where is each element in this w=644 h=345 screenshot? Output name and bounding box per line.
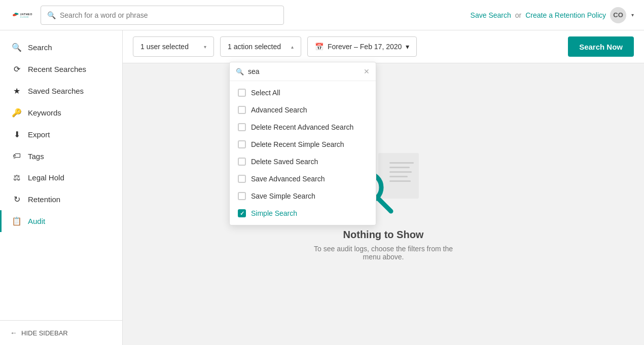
main-layout: 🔍 Search ⟳ Recent Searches ★ Saved Searc… (0, 30, 644, 345)
retention-icon: ↻ (12, 195, 22, 204)
logo: JATHEON CLOUD (10, 6, 32, 24)
action-dropdown-panel: 🔍 ✕ Select All Advanced Search Delete Re… (229, 62, 376, 225)
panel-search-icon: 🔍 (236, 68, 244, 75)
sidebar-label-recent-searches: Recent Searches (28, 65, 86, 73)
top-actions: Save Search or Create a Retention Policy… (471, 7, 634, 23)
sidebar-item-recent-searches[interactable]: ⟳ Recent Searches (0, 58, 122, 80)
keywords-icon: 🔑 (12, 108, 22, 118)
create-policy-link[interactable]: Create a Retention Policy (525, 11, 606, 19)
hide-sidebar-button[interactable]: ← HIDE SIDEBAR (0, 320, 122, 345)
top-bar: JATHEON CLOUD 🔍 Save Search or Create a … (0, 0, 644, 30)
panel-item-label-save-advanced: Save Advanced Search (251, 175, 325, 183)
global-search-input-wrap[interactable]: 🔍 (41, 6, 284, 25)
empty-state-title: Nothing to Show (314, 229, 453, 241)
panel-item-label-delete-saved: Delete Saved Search (251, 158, 318, 166)
panel-item-list: Select All Advanced Search Delete Recent… (230, 81, 376, 225)
tags-icon: 🏷 (12, 151, 22, 161)
sidebar-label-tags: Tags (28, 152, 44, 161)
panel-item-save-advanced[interactable]: Save Advanced Search (230, 170, 376, 187)
panel-item-delete-recent-advanced[interactable]: Delete Recent Advanced Search (230, 119, 376, 136)
panel-item-label-select-all: Select All (251, 89, 280, 97)
panel-item-advanced-search[interactable]: Advanced Search (230, 101, 376, 119)
panel-item-select-all[interactable]: Select All (230, 84, 376, 101)
export-icon: ⬇ (12, 130, 22, 139)
checkbox-advanced-search[interactable] (238, 106, 246, 114)
sidebar-label-saved-searches: Saved Searches (28, 87, 84, 95)
sidebar-item-tags[interactable]: 🏷 Tags (0, 145, 122, 167)
action-dropdown-label: 1 action selected (228, 43, 281, 51)
sidebar-item-export[interactable]: ⬇ Export (0, 124, 122, 145)
panel-item-save-simple[interactable]: Save Simple Search (230, 187, 376, 205)
sidebar-label-keywords: Keywords (28, 108, 61, 117)
checkbox-delete-recent-simple[interactable] (238, 140, 246, 148)
sidebar-nav: 🔍 Search ⟳ Recent Searches ★ Saved Searc… (0, 30, 122, 320)
date-range-dropdown[interactable]: 📅 Forever – Feb 17, 2020 ▾ (307, 36, 417, 57)
panel-item-delete-saved[interactable]: Delete Saved Search (230, 153, 376, 170)
sidebar-label-search: Search (28, 43, 52, 52)
panel-item-label-simple-search: Simple Search (251, 209, 297, 217)
save-search-link[interactable]: Save Search (471, 11, 511, 19)
panel-clear-icon[interactable]: ✕ (364, 67, 370, 75)
content-area: 1 user selected ▾ 1 action selected ▴ 📅 … (123, 30, 644, 345)
checkbox-delete-saved[interactable] (238, 158, 246, 166)
global-search-input[interactable] (60, 11, 277, 19)
panel-search-row: 🔍 ✕ (230, 62, 376, 81)
action-dropdown-chevron-icon: ▴ (291, 44, 294, 50)
sidebar-item-search[interactable]: 🔍 Search (0, 36, 122, 58)
panel-search-input[interactable] (248, 67, 360, 75)
checkbox-save-simple[interactable] (238, 192, 246, 200)
panel-item-label-save-simple: Save Simple Search (251, 192, 315, 200)
sidebar-label-audit: Audit (28, 217, 45, 225)
panel-item-simple-search[interactable]: Simple Search (230, 205, 376, 222)
search-nav-icon: 🔍 (12, 43, 22, 52)
sidebar-item-audit[interactable]: 📋 Audit (0, 210, 122, 232)
panel-item-delete-recent-simple[interactable]: Delete Recent Simple Search (230, 136, 376, 153)
main-content: Nothing to Show To see audit logs, choos… (123, 63, 644, 345)
user-dropdown[interactable]: 1 user selected ▾ (133, 36, 214, 57)
logo-svg: JATHEON CLOUD (10, 6, 32, 24)
search-icon: 🔍 (47, 11, 56, 19)
saved-searches-icon: ★ (12, 86, 22, 96)
calendar-icon: 📅 (315, 43, 324, 51)
checkbox-select-all[interactable] (238, 89, 246, 97)
sidebar-item-keywords[interactable]: 🔑 Keywords (0, 102, 122, 124)
user-dropdown-label: 1 user selected (140, 43, 189, 51)
sidebar: 🔍 Search ⟳ Recent Searches ★ Saved Searc… (0, 30, 123, 345)
svg-text:JATHEON: JATHEON (20, 13, 32, 16)
user-dropdown-chevron-icon: ▾ (204, 44, 206, 50)
svg-point-2 (13, 14, 15, 16)
checkbox-simple-search[interactable] (238, 209, 246, 217)
doc-line-1 (389, 162, 414, 164)
filter-bar: 1 user selected ▾ 1 action selected ▴ 📅 … (123, 30, 644, 63)
audit-icon: 📋 (12, 216, 22, 226)
avatar-chevron-icon[interactable]: ▾ (631, 12, 634, 18)
svg-line-6 (377, 198, 391, 211)
search-now-button[interactable]: Search Now (568, 36, 634, 57)
panel-item-label-advanced-search: Advanced Search (251, 106, 307, 114)
hide-sidebar-arrow-icon: ← (10, 329, 17, 337)
panel-item-label-delete-recent-advanced: Delete Recent Advanced Search (251, 123, 353, 131)
sidebar-label-legal-hold: Legal Hold (28, 173, 64, 182)
sidebar-label-retention: Retention (28, 195, 60, 204)
date-dropdown-chevron-icon: ▾ (406, 43, 409, 51)
sidebar-item-legal-hold[interactable]: ⚖ Legal Hold (0, 167, 122, 188)
hide-sidebar-label: HIDE SIDEBAR (21, 329, 68, 337)
action-dropdown[interactable]: 1 action selected ▴ (220, 36, 301, 57)
panel-item-label-delete-recent-simple: Delete Recent Simple Search (251, 140, 344, 148)
sidebar-item-saved-searches[interactable]: ★ Saved Searches (0, 80, 122, 102)
sidebar-label-export: Export (28, 130, 50, 139)
legal-hold-icon: ⚖ (12, 173, 22, 182)
user-avatar[interactable]: CO (610, 7, 626, 23)
svg-text:CLOUD: CLOUD (20, 16, 29, 18)
date-range-label: Forever – Feb 17, 2020 (328, 43, 402, 51)
sidebar-item-retention[interactable]: ↻ Retention (0, 188, 122, 210)
recent-searches-icon: ⟳ (12, 64, 22, 74)
or-separator: or (515, 11, 521, 19)
checkbox-delete-recent-advanced[interactable] (238, 123, 246, 131)
checkbox-save-advanced[interactable] (238, 175, 246, 183)
empty-state-description: To see audit logs, choose the filters fr… (314, 245, 453, 261)
